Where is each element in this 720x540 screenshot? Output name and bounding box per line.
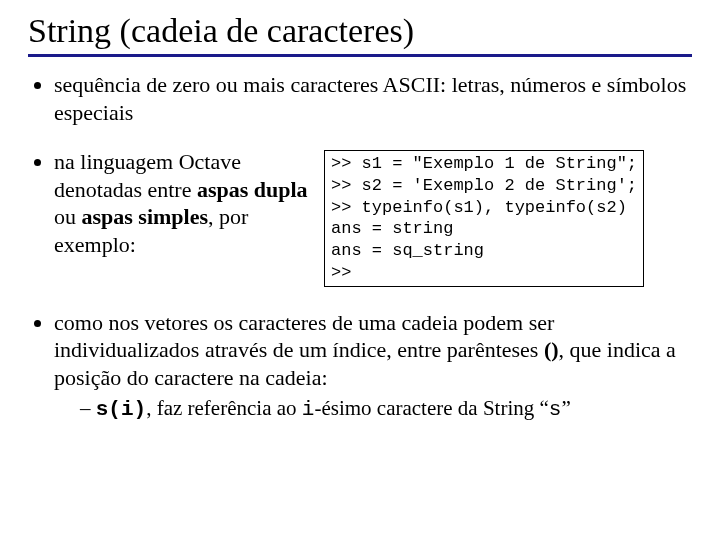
sub-code-1: s(i) <box>96 398 146 421</box>
bullet-3-text-a: como nos vetores os caracteres de uma ca… <box>54 310 554 363</box>
bullet-item-3: como nos vetores os caracteres de uma ca… <box>54 309 692 424</box>
bullet-item-1: sequência de zero ou mais caracteres ASC… <box>54 71 692 126</box>
sub-text-1: , faz referência ao <box>146 396 302 420</box>
bullet-2-bold-1: aspas dupla <box>197 177 308 202</box>
title-rule <box>28 54 692 57</box>
bullet-2-bold-2: aspas simples <box>82 204 209 229</box>
bullet-3-paren: () <box>544 337 559 362</box>
bullet-2-text-mid: ou <box>54 204 82 229</box>
sub-code-2: i <box>302 398 315 421</box>
sub-code-3: s <box>549 398 562 421</box>
bullet-1-text: sequência de zero ou mais caracteres ASC… <box>54 72 686 125</box>
slide-title: String (cadeia de caracteres) <box>28 12 692 50</box>
sub-bullet-list: s(i), faz referência ao i-ésimo caracter… <box>54 395 692 423</box>
bullet-item-2: na linguagem Octave denotadas entre aspa… <box>54 148 692 287</box>
bullet-list: sequência de zero ou mais caracteres ASC… <box>28 71 692 423</box>
sub-bullet-item: s(i), faz referência ao i-ésimo caracter… <box>80 395 692 423</box>
sub-text-2: -ésimo caractere da String “ <box>314 396 548 420</box>
code-example-box: >> s1 = "Exemplo 1 de String"; >> s2 = '… <box>324 150 644 287</box>
sub-text-end: ” <box>561 396 570 420</box>
